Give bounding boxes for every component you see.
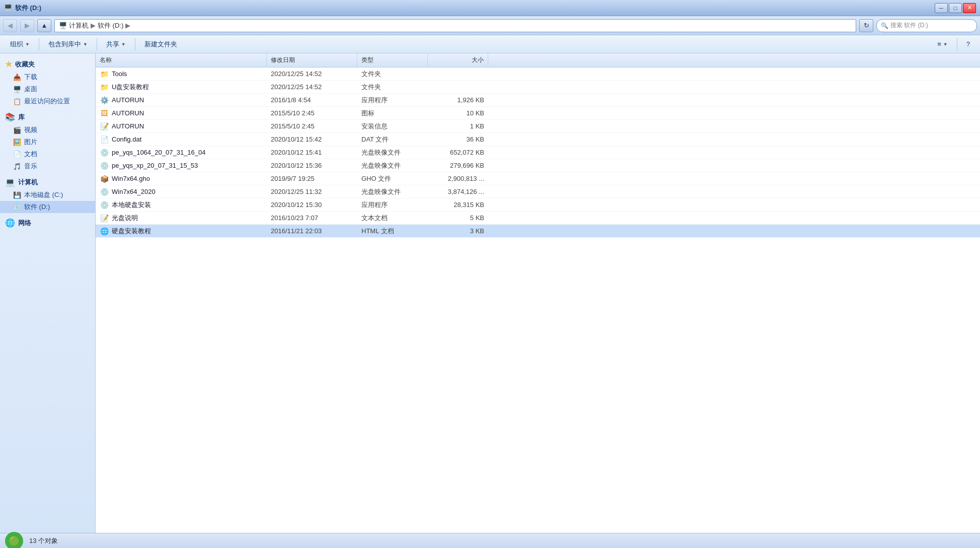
network-label: 网络 [18, 219, 31, 228]
search-box[interactable]: 🔍 搜索 软件 (D:) [876, 19, 977, 32]
titlebar: 🖥️ 软件 (D:) ─ □ ✕ [0, 0, 980, 16]
doc-label: 文档 [24, 150, 37, 159]
desktop-label: 桌面 [24, 85, 37, 94]
file-date-cell: 2020/10/12 15:42 [267, 133, 357, 146]
up-button[interactable]: ▲ [37, 19, 51, 32]
table-row[interactable]: 💿 pe_yqs_xp_20_07_31_15_53 2020/10/12 15… [96, 159, 980, 172]
col-header-name[interactable]: 名称 [96, 53, 267, 67]
favorites-header: ★ 收藏夹 [0, 57, 95, 71]
status-count: 13 个对象 [29, 536, 58, 545]
file-size-cell: 28,315 KB [428, 198, 488, 211]
col-header-type[interactable]: 类型 [357, 53, 428, 67]
file-type-cell: 文件夹 [357, 81, 428, 93]
view-button[interactable]: ≡ ▼ [931, 37, 954, 51]
help-button[interactable]: ? [960, 37, 976, 51]
sidebar-item-desktop[interactable]: 🖥️ 桌面 [0, 83, 95, 95]
desktop-icon: 🖥️ [13, 86, 21, 93]
sidebar-item-picture[interactable]: 🖼️ 图片 [0, 136, 95, 148]
maximize-button[interactable]: □ [949, 3, 962, 13]
music-label: 音乐 [24, 162, 37, 171]
network-icon: 🌐 [5, 218, 15, 228]
close-button[interactable]: ✕ [963, 3, 976, 13]
local-c-icon: 💾 [13, 191, 21, 199]
titlebar-controls: ─ □ ✕ [935, 3, 976, 13]
table-row[interactable]: ⚙️ AUTORUN 2016/1/8 4:54 应用程序 1,926 KB [96, 94, 980, 107]
file-name: Win7x64_2020 [112, 188, 156, 195]
sidebar-item-video[interactable]: 🎬 视频 [0, 124, 95, 136]
file-name-cell: 📁 U盘安装教程 [96, 81, 267, 93]
status-app-icon: 🟢 [9, 535, 20, 546]
file-name-cell: 💿 pe_yqs_1064_20_07_31_16_04 [96, 146, 267, 159]
table-row[interactable]: 📁 Tools 2020/12/25 14:52 文件夹 [96, 67, 980, 81]
file-size-cell: 1 KB [428, 120, 488, 132]
sidebar: ★ 收藏夹 📥 下载 🖥️ 桌面 📋 最近访问的位置 📚 库 🎬 [0, 53, 96, 533]
table-row[interactable]: 📄 Config.dat 2020/10/12 15:42 DAT 文件 36 … [96, 133, 980, 146]
col-header-size[interactable]: 大小 [428, 53, 488, 67]
table-row[interactable]: 📝 光盘说明 2016/10/23 7:07 文本文档 5 KB [96, 212, 980, 225]
help-icon: ? [966, 40, 970, 48]
col-header-date[interactable]: 修改日期 [267, 53, 357, 67]
table-row[interactable]: 📁 U盘安装教程 2020/12/25 14:52 文件夹 [96, 81, 980, 94]
minimize-button[interactable]: ─ [935, 3, 948, 13]
computer-label: 计算机 [18, 178, 38, 187]
include-library-button[interactable]: 包含到库中 ▼ [42, 37, 94, 51]
file-name-cell: 💿 本地硬盘安装 [96, 198, 267, 211]
file-type-cell: 图标 [357, 107, 428, 119]
recent-icon: 📋 [13, 98, 21, 105]
statusbar: 🟢 13 个对象 [0, 533, 980, 548]
forward-button[interactable]: ▶ [20, 19, 34, 32]
file-name-cell: 🌐 硬盘安装教程 [96, 225, 267, 237]
new-folder-button[interactable]: 新建文件夹 [138, 37, 183, 51]
file-name: 光盘说明 [112, 214, 138, 223]
file-date-cell: 2016/1/8 4:54 [267, 94, 357, 106]
download-label: 下载 [24, 73, 37, 82]
path-computer: 计算机 [69, 21, 89, 30]
file-size-cell: 2,900,813 ... [428, 172, 488, 185]
software-d-icon: 💿 [13, 203, 21, 211]
file-name: Tools [112, 70, 127, 78]
file-name-cell: 📄 Config.dat [96, 133, 267, 146]
file-type-cell: HTML 文档 [357, 225, 428, 237]
sidebar-item-doc[interactable]: 📄 文档 [0, 148, 95, 160]
share-button[interactable]: 共享 ▼ [100, 37, 132, 51]
file-type-cell: GHO 文件 [357, 172, 428, 185]
refresh-button[interactable]: ↻ [859, 19, 873, 32]
path-sep1: ▶ [91, 22, 96, 29]
table-row[interactable]: 💿 pe_yqs_1064_20_07_31_16_04 2020/10/12 … [96, 146, 980, 159]
table-row[interactable]: 💿 Win7x64_2020 2020/12/25 11:32 光盘映像文件 3… [96, 185, 980, 198]
file-size-cell [428, 81, 488, 93]
file-name: Config.dat [112, 135, 141, 143]
organize-button[interactable]: 组织 ▼ [4, 37, 36, 51]
toolbar-sep2 [97, 38, 97, 50]
file-type-cell: 光盘映像文件 [357, 159, 428, 172]
file-icon: 📄 [100, 135, 109, 144]
path-icon: 🖥️ [59, 22, 67, 29]
file-size-cell [428, 67, 488, 80]
include-library-arrow: ▼ [83, 42, 88, 47]
file-name-cell: 📦 Win7x64.gho [96, 172, 267, 185]
address-path[interactable]: 🖥️ 计算机 ▶ 软件 (D:) ▶ [54, 19, 856, 32]
sidebar-item-download[interactable]: 📥 下载 [0, 71, 95, 83]
file-icon: 📝 [100, 122, 109, 131]
table-row[interactable]: 🌐 硬盘安装教程 2016/11/21 22:03 HTML 文档 3 KB [96, 225, 980, 238]
back-button[interactable]: ◀ [3, 19, 17, 32]
share-label: 共享 [106, 40, 119, 49]
sidebar-item-recent[interactable]: 📋 最近访问的位置 [0, 95, 95, 107]
software-d-label: 软件 (D:) [24, 202, 50, 212]
table-row[interactable]: 📦 Win7x64.gho 2019/9/7 19:25 GHO 文件 2,90… [96, 172, 980, 185]
file-list: 名称 修改日期 类型 大小 📁 Tools 2020/12/25 14:52 文… [96, 53, 980, 533]
sidebar-item-music[interactable]: 🎵 音乐 [0, 160, 95, 172]
doc-icon: 📄 [13, 151, 21, 158]
file-type-cell: DAT 文件 [357, 133, 428, 146]
organize-label: 组织 [10, 40, 23, 49]
file-size-cell: 3,874,126 ... [428, 185, 488, 198]
favorites-label: 收藏夹 [15, 60, 35, 69]
table-row[interactable]: 🖼 AUTORUN 2015/5/10 2:45 图标 10 KB [96, 107, 980, 120]
addressbar: ◀ ▶ ▲ 🖥️ 计算机 ▶ 软件 (D:) ▶ ↻ 🔍 搜索 软件 (D:) [0, 16, 980, 35]
table-row[interactable]: 📝 AUTORUN 2015/5/10 2:45 安装信息 1 KB [96, 120, 980, 133]
table-row[interactable]: 💿 本地硬盘安装 2020/10/12 15:30 应用程序 28,315 KB [96, 198, 980, 212]
sidebar-item-software-d[interactable]: 💿 软件 (D:) [0, 201, 95, 213]
sidebar-item-local-c[interactable]: 💾 本地磁盘 (C:) [0, 189, 95, 201]
file-date-cell: 2020/12/25 14:52 [267, 81, 357, 93]
file-type-cell: 安装信息 [357, 120, 428, 132]
